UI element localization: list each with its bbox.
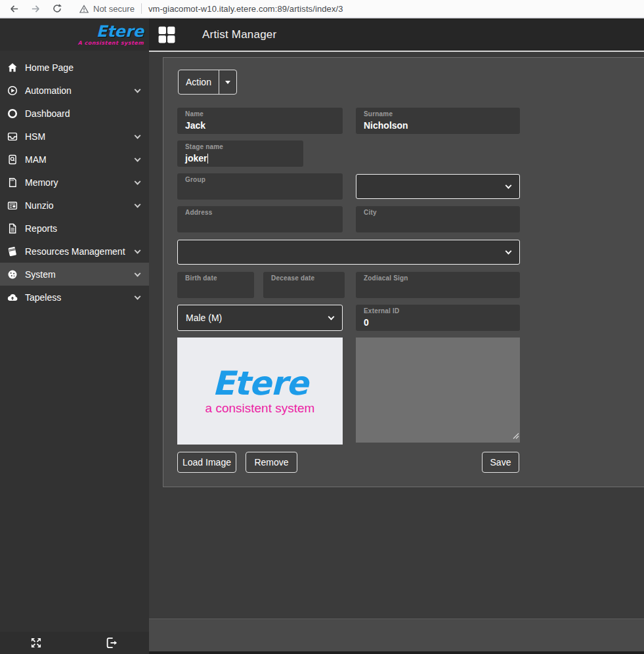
chevron-down-icon: [135, 178, 141, 185]
etere-logo[interactable]: Etere A consistent system: [0, 18, 149, 51]
name-field-label: Name: [185, 110, 204, 118]
sidebar: Etere A consistent system Home Page Auto…: [0, 18, 149, 654]
book-icon: [5, 246, 20, 257]
birth-date-field-label: Birth date: [185, 274, 217, 282]
etere-logo-title: Etere: [97, 24, 144, 39]
omnibox-divider: [141, 3, 142, 14]
reload-icon[interactable]: [49, 1, 65, 16]
sidebar-item-memory[interactable]: Memory: [0, 171, 149, 194]
browser-toolbar: Not secure vm-giacomot-w10.italy.etere.c…: [0, 0, 644, 18]
back-icon[interactable]: [6, 1, 22, 16]
artist-form-panel: Action Name Jack Surname Nicholson Stage: [163, 57, 644, 487]
sidebar-item-nunzio[interactable]: Nunzio: [0, 194, 149, 217]
chevron-down-icon: [135, 201, 141, 207]
notes-textarea[interactable]: [356, 338, 520, 443]
newspaper-icon: [5, 200, 20, 211]
url-text[interactable]: vm-giacomot-w10.italy.etere.com:89/artis…: [148, 4, 343, 14]
sidebar-item-label: Resources Management: [25, 246, 125, 257]
sidebar-item-label: HSM: [25, 131, 45, 142]
sidebar-item-resources-management[interactable]: Resources Management: [0, 240, 149, 263]
chevron-down-icon: [135, 247, 141, 253]
name-field-value: Jack: [185, 120, 205, 131]
play-circle-icon: [5, 85, 20, 97]
external-id-field-label: External ID: [364, 307, 399, 315]
chevron-down-icon: [135, 293, 141, 299]
sign-out-icon[interactable]: [104, 636, 119, 650]
group-field[interactable]: Group: [177, 173, 343, 200]
resize-handle[interactable]: [512, 430, 519, 442]
sidebar-item-label: MAM: [25, 154, 47, 165]
bottom-bar: [149, 651, 644, 654]
media-search-icon: [5, 154, 20, 165]
city-field-label: City: [364, 209, 377, 216]
stage-name-field-value: joker: [185, 153, 207, 164]
sidebar-item-reports[interactable]: Reports: [0, 217, 149, 240]
action-dropdown-toggle[interactable]: [219, 70, 236, 94]
chevron-down-icon: [505, 183, 512, 189]
sidebar-item-system[interactable]: System: [0, 263, 149, 286]
gender-select-value: Male (M): [186, 313, 222, 323]
home-icon: [5, 62, 20, 74]
sidebar-item-automation[interactable]: Automation: [0, 79, 149, 102]
address-field-label: Address: [185, 209, 212, 216]
external-id-field[interactable]: External ID 0: [356, 305, 520, 331]
group-field-label: Group: [185, 176, 205, 183]
address-field[interactable]: Address: [177, 206, 343, 232]
name-field[interactable]: Name Jack: [177, 108, 343, 134]
forward-icon[interactable]: [28, 1, 43, 16]
chevron-down-icon: [135, 132, 141, 139]
decease-date-field[interactable]: Decease date: [263, 272, 345, 298]
remove-button[interactable]: Remove: [246, 452, 297, 473]
warning-icon: [79, 5, 89, 13]
text-cursor: [207, 154, 208, 164]
surname-field[interactable]: Surname Nicholson: [356, 108, 520, 134]
sidebar-item-label: Tapeless: [25, 292, 61, 303]
cloud-upload-icon: [5, 292, 20, 303]
stage-name-field[interactable]: Stage name joker: [177, 141, 303, 167]
load-image-button[interactable]: Load Image: [177, 452, 236, 473]
zodiacal-sign-field-label: Zodiacal Sign: [364, 274, 408, 282]
memory-card-icon: [5, 177, 20, 188]
gender-select[interactable]: Male (M): [177, 305, 343, 331]
sidebar-item-label: Reports: [25, 223, 57, 234]
expand-icon[interactable]: [29, 636, 43, 650]
etere-logo-subtitle: A consistent system: [77, 40, 144, 46]
chevron-down-icon: [505, 248, 512, 255]
report-icon: [5, 223, 20, 234]
sidebar-item-home-page[interactable]: Home Page: [0, 56, 149, 79]
sidebar-item-mam[interactable]: MAM: [0, 148, 149, 171]
save-button[interactable]: Save: [482, 452, 519, 473]
group-select[interactable]: [356, 174, 520, 199]
action-button[interactable]: Action: [178, 70, 237, 95]
url-bar[interactable]: Not secure vm-giacomot-w10.italy.etere.c…: [79, 1, 343, 16]
chevron-down-icon: [135, 86, 141, 93]
decease-date-field-label: Decease date: [271, 274, 314, 282]
stage-name-field-label: Stage name: [185, 143, 223, 150]
chevron-down-icon: [135, 270, 141, 276]
app-header: Artist Manager: [149, 18, 644, 51]
inbox-icon: [5, 131, 20, 142]
footer-strip: [149, 619, 644, 651]
zodiacal-sign-field[interactable]: Zodiacal Sign: [356, 272, 520, 298]
main-area: Artist Manager Action Name Jack Surname: [149, 18, 644, 654]
chevron-down-icon: [328, 314, 335, 320]
birth-date-field[interactable]: Birth date: [177, 272, 254, 298]
sidebar-item-dashboard[interactable]: Dashboard: [0, 102, 149, 125]
sidebar-item-tapeless[interactable]: Tapeless: [0, 286, 149, 309]
sidebar-item-hsm[interactable]: HSM: [0, 125, 149, 148]
chevron-down-icon: [135, 155, 141, 162]
external-id-field-value: 0: [364, 317, 369, 328]
sidebar-item-label: Nunzio: [25, 200, 54, 211]
sidebar-item-label: Memory: [25, 177, 58, 188]
artist-image-preview: Etere a consistent system: [177, 338, 343, 445]
surname-field-value: Nicholson: [364, 120, 408, 131]
caret-down-icon: [225, 81, 230, 84]
country-select[interactable]: [177, 240, 520, 265]
sidebar-item-label: Dashboard: [25, 108, 70, 119]
surname-field-label: Surname: [364, 110, 393, 118]
city-field[interactable]: City: [356, 206, 520, 232]
etere-image-title: Etere: [212, 367, 308, 400]
sidebar-footer: [0, 632, 149, 654]
grid-icon[interactable]: [158, 26, 176, 44]
action-button-label[interactable]: Action: [179, 70, 219, 94]
